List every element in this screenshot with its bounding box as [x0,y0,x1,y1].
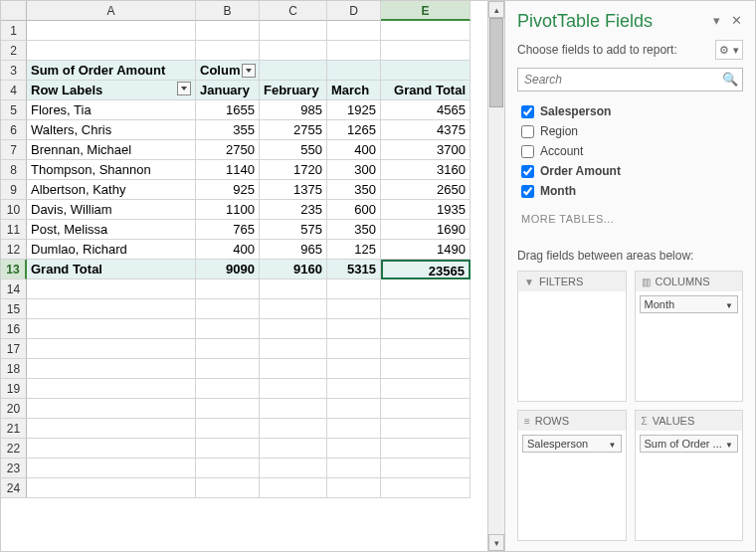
data-cell[interactable]: 400 [327,140,381,160]
data-row-label[interactable]: Walters, Chris [27,120,196,140]
cell[interactable] [381,399,471,419]
column-labels-cell[interactable]: Colum [196,61,260,81]
data-row-label[interactable]: Dumlao, Richard [27,240,196,260]
row-header[interactable]: 21 [1,419,27,439]
row-header[interactable]: 9 [1,180,27,200]
data-cell[interactable]: 1720 [260,160,327,180]
cell[interactable] [381,459,471,478]
data-row-label[interactable]: Post, Melissa [27,220,196,240]
row-header[interactable]: 11 [1,220,27,240]
grand-total-cell[interactable]: 5315 [327,260,381,279]
field-checkbox[interactable] [521,105,534,118]
data-cell[interactable]: 925 [196,180,260,200]
data-cell[interactable]: 1100 [196,200,260,220]
cell[interactable] [260,399,327,419]
close-icon[interactable]: ✕ [729,15,743,29]
field-checkbox[interactable] [521,145,534,158]
row-header[interactable]: 13 [1,260,27,279]
columns-area[interactable]: ▥COLUMNS Month [635,271,744,402]
column-header[interactable]: A [27,1,196,21]
data-cell[interactable]: 1935 [381,200,471,220]
search-input[interactable] [517,68,743,92]
column-labels-dropdown[interactable] [242,64,256,78]
cell[interactable] [260,339,327,359]
chevron-down-icon[interactable] [725,298,733,310]
field-chip[interactable]: Salesperson [522,435,622,453]
field-checkbox[interactable] [521,165,534,178]
column-header[interactable]: C [260,1,327,21]
cell[interactable] [27,299,196,319]
data-cell[interactable]: 1655 [196,100,260,120]
cell[interactable] [327,279,381,299]
data-cell[interactable]: 550 [260,140,327,160]
row-header[interactable]: 10 [1,200,27,220]
chevron-down-icon[interactable] [725,438,733,450]
cell[interactable] [196,379,260,399]
search-box[interactable]: 🔍 [517,68,743,92]
cell[interactable] [260,419,327,439]
cell[interactable] [27,439,196,459]
data-cell[interactable]: 3160 [381,160,471,180]
cell[interactable] [27,339,196,359]
row-header[interactable]: 14 [1,279,27,299]
data-cell[interactable]: 125 [327,240,381,260]
cell[interactable] [196,21,260,41]
cell[interactable] [381,419,471,439]
data-cell[interactable]: 2750 [196,140,260,160]
field-checkbox[interactable] [521,185,534,198]
cell[interactable] [260,459,327,478]
cell[interactable] [196,41,260,61]
cell[interactable] [381,379,471,399]
field-item[interactable]: Account [521,141,743,161]
cell[interactable] [381,61,471,81]
cell[interactable] [196,399,260,419]
data-cell[interactable]: 2755 [260,120,327,140]
cell[interactable] [381,319,471,339]
grand-total-cell[interactable]: 9090 [196,260,260,279]
data-cell[interactable]: 4375 [381,120,471,140]
row-header[interactable]: 22 [1,439,27,459]
cell[interactable] [327,61,381,81]
scroll-track[interactable] [488,18,504,534]
row-header[interactable]: 7 [1,140,27,160]
cell[interactable] [27,21,196,41]
field-item[interactable]: Month [521,181,743,201]
data-cell[interactable]: 235 [260,200,327,220]
row-header[interactable]: 18 [1,359,27,379]
pivot-title[interactable]: Sum of Order Amount [27,61,196,81]
row-header[interactable]: 2 [1,41,27,61]
field-item[interactable]: Salesperson [521,101,743,121]
row-header[interactable]: 20 [1,399,27,419]
vertical-scrollbar[interactable]: ▴ ▾ [487,1,504,551]
row-header[interactable]: 16 [1,319,27,339]
cell[interactable] [196,319,260,339]
cell[interactable] [260,41,327,61]
cell[interactable] [196,459,260,478]
cell[interactable] [260,61,327,81]
column-header[interactable]: D [327,1,381,21]
data-cell[interactable]: 1925 [327,100,381,120]
row-header[interactable]: 17 [1,339,27,359]
field-checkbox[interactable] [521,125,534,138]
data-cell[interactable]: 765 [196,220,260,240]
cell[interactable] [27,459,196,478]
data-cell[interactable]: 350 [327,180,381,200]
grand-total-label[interactable]: Grand Total [27,260,196,279]
cell[interactable] [327,459,381,478]
cell[interactable] [260,319,327,339]
data-cell[interactable]: 400 [196,240,260,260]
row-header[interactable]: 1 [1,21,27,41]
data-row-label[interactable]: Flores, Tia [27,100,196,120]
cell[interactable] [327,478,381,498]
cell[interactable] [196,299,260,319]
grand-total-cell[interactable]: 9160 [260,260,327,279]
cell[interactable] [27,419,196,439]
cell[interactable] [381,279,471,299]
cell[interactable] [381,478,471,498]
cell[interactable] [27,41,196,61]
scroll-up-button[interactable]: ▴ [488,1,504,18]
cell[interactable] [196,339,260,359]
data-cell[interactable]: 1690 [381,220,471,240]
cell[interactable] [260,299,327,319]
cell[interactable] [381,439,471,459]
